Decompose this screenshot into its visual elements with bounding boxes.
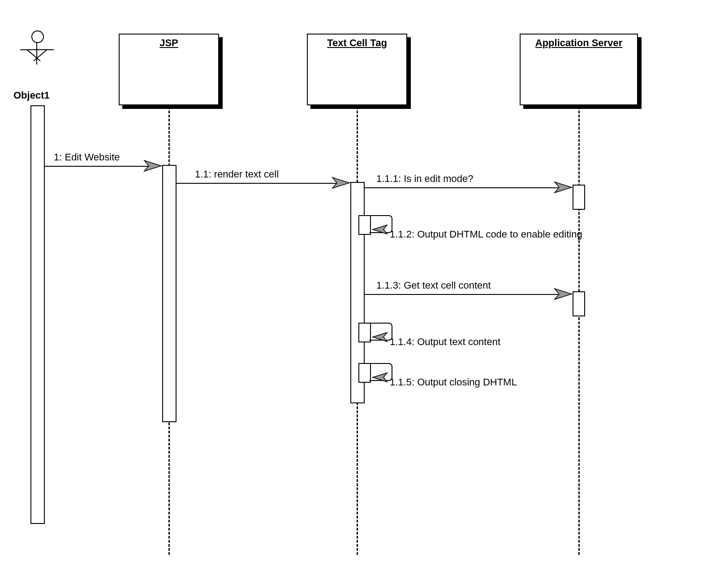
activation-appserver-1 <box>573 185 585 210</box>
actor-leg-left <box>26 49 41 61</box>
arrow-icon <box>554 181 573 194</box>
actor-body <box>36 42 37 65</box>
svg-marker-4 <box>555 289 572 299</box>
lifeline-appserver-label: Application Server <box>535 37 622 104</box>
actor-leg-right <box>33 49 47 61</box>
message-1-line <box>44 166 151 167</box>
message-11-line <box>176 183 346 184</box>
message-113-label: 1.1.3: Get text cell content <box>376 280 491 291</box>
svg-marker-5 <box>373 333 387 342</box>
arrow-icon <box>143 160 163 172</box>
arrow-icon <box>554 288 573 300</box>
lifeline-textcelltag-label: Text Cell Tag <box>327 37 387 104</box>
sequence-diagram: Object1 JSP Text Cell Tag Application Se… <box>9 9 715 588</box>
message-113-line <box>364 294 558 295</box>
svg-marker-2 <box>555 182 572 193</box>
activation-actor <box>30 105 45 524</box>
arrow-icon <box>332 177 351 189</box>
svg-marker-1 <box>332 177 349 188</box>
arrow-left-icon <box>372 372 388 383</box>
message-112-label: 1.1.2: Output DHTML code to enable editi… <box>390 229 582 240</box>
lifeline-appserver: Application Server <box>520 34 638 105</box>
message-11-label: 1.1: render text cell <box>195 169 279 180</box>
actor-label: Object1 <box>13 90 50 101</box>
lifeline-jsp-label: JSP <box>159 37 178 104</box>
svg-marker-3 <box>373 225 387 234</box>
actor-head-icon <box>31 30 44 43</box>
activation-appserver-2 <box>573 291 585 316</box>
arrow-left-icon <box>372 332 388 342</box>
message-115-label: 1.1.5: Output closing DHTML <box>390 376 517 388</box>
message-111-label: 1.1.1: Is in edit mode? <box>376 173 473 185</box>
activation-jsp <box>162 165 177 422</box>
svg-marker-6 <box>373 373 387 382</box>
message-114-label: 1.1.4: Output text content <box>390 336 500 348</box>
message-111-line <box>364 187 558 188</box>
lifeline-dash-appserver <box>578 107 580 555</box>
lifeline-jsp: JSP <box>119 34 219 105</box>
lifeline-textcelltag: Text Cell Tag <box>307 34 407 105</box>
actor-arm-left <box>20 49 54 50</box>
message-1-label: 1: Edit Website <box>54 151 120 163</box>
arrow-left-icon <box>372 224 388 235</box>
svg-marker-0 <box>144 160 161 171</box>
